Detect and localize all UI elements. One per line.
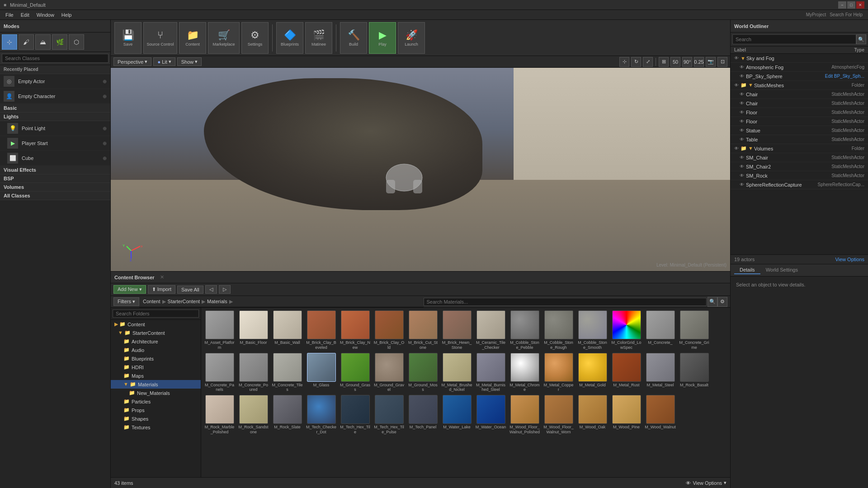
material-item-16[interactable]: M_Concrete_Poured — [237, 352, 270, 394]
cb-options-icon[interactable]: ⚙ — [717, 297, 727, 307]
menu-file[interactable]: File — [2, 11, 17, 19]
outliner-item-sm-chair2[interactable]: 👁 SM_Chair2 StaticMeshActor — [731, 162, 868, 171]
category-lights[interactable]: Lights — [0, 113, 110, 121]
import-button[interactable]: ⬆ Import — [148, 285, 175, 294]
material-item-40[interactable]: M_Wood_Floor_Walnut_Worn — [542, 394, 575, 436]
material-item-35[interactable]: M_Tech_Hex_Tile_Pulse — [373, 394, 406, 436]
material-item-37[interactable]: M_Water_Lake — [440, 394, 473, 436]
folder-content[interactable]: ▶ 📁 Content — [111, 320, 201, 328]
place-player-start[interactable]: ▶ Player Start ⊕ — [0, 136, 110, 151]
menu-edit[interactable]: Edit — [17, 11, 33, 19]
material-item-28[interactable]: M_Metal_Steel — [644, 352, 677, 394]
view-options-outliner[interactable]: View Options — [835, 257, 864, 262]
material-item-42[interactable]: M_Wood_Pine — [610, 394, 643, 436]
material-item-6[interactable]: M_Brick_Cut_Stone — [406, 310, 439, 351]
blueprints-button[interactable]: 🔷 Blueprints — [276, 22, 303, 54]
outliner-item-chair2[interactable]: 👁 Chair StaticMeshActor — [731, 99, 868, 108]
material-item-39[interactable]: M_Wood_Floor_Walnut_Polished — [508, 394, 541, 436]
category-volumes[interactable]: Volumes — [0, 183, 110, 192]
save-button[interactable]: 💾 Save — [114, 22, 142, 54]
category-bsp[interactable]: BSP — [0, 174, 110, 183]
menu-help[interactable]: Help — [58, 11, 75, 19]
material-item-36[interactable]: M_Tech_Panel — [406, 394, 439, 436]
scale-display[interactable]: 0.25 — [694, 57, 704, 67]
search-materials-icon[interactable]: 🔍 — [708, 297, 717, 307]
view-options-button[interactable]: 👁 View Options ▾ — [686, 480, 726, 486]
material-item-11[interactable]: M_Cobble_Stone_Smooth — [576, 310, 609, 351]
folder-hdri[interactable]: 📁 HDRI — [111, 363, 201, 371]
path-content[interactable]: Content — [143, 299, 160, 304]
mode-select[interactable]: ⊹ — [2, 34, 17, 50]
place-cube[interactable]: ⬜ Cube ⊕ — [0, 151, 110, 166]
material-item-27[interactable]: M_Metal_Rust — [610, 352, 643, 394]
category-basic[interactable]: Basic — [0, 104, 110, 113]
material-item-32[interactable]: M_Rock_Slate — [271, 394, 304, 436]
mode-paint[interactable]: 🖌 — [19, 34, 34, 50]
material-item-4[interactable]: M_Brick_Clay_New — [339, 310, 372, 351]
settings-button[interactable]: ⚙ Settings — [241, 22, 269, 54]
outliner-item-statue[interactable]: 👁 Statue StaticMeshActor — [731, 126, 868, 135]
material-item-38[interactable]: M_Water_Ocean — [474, 394, 507, 436]
mode-geometry[interactable]: ⬡ — [69, 34, 84, 50]
lit-dropdown[interactable]: ● Lit ▾ — [153, 57, 175, 66]
outliner-item-floor2[interactable]: 👁 Floor StaticMeshActor — [731, 117, 868, 126]
folder-shapes[interactable]: 📁 Shapes — [111, 414, 201, 423]
material-item-20[interactable]: M_Ground_Gravel — [373, 352, 406, 394]
folder-maps[interactable]: 📁 Maps — [111, 371, 201, 380]
content-button[interactable]: 📁 Content — [179, 22, 206, 54]
outliner-item-floor1[interactable]: 👁 Floor StaticMeshActor — [731, 108, 868, 117]
build-button[interactable]: 🔨 Build — [340, 22, 367, 54]
tab-details[interactable]: Details — [734, 266, 760, 274]
material-item-18[interactable]: M_Glass — [305, 352, 338, 394]
material-item-31[interactable]: M_Rock_Sandstone — [237, 394, 270, 436]
search-folders-input[interactable] — [113, 310, 199, 318]
folder-architecture[interactable]: 📁 Architecture — [111, 337, 201, 346]
material-item-2[interactable]: M_Basic_Wall — [271, 310, 304, 351]
show-dropdown[interactable]: Show ▾ — [177, 57, 202, 66]
camera-settings[interactable]: 📷 — [706, 57, 716, 67]
material-item-9[interactable]: M_Cobble_Stone_Pebble — [508, 310, 541, 351]
minimize-button[interactable]: − — [838, 1, 846, 9]
search-help[interactable]: Search For Help — [830, 12, 866, 17]
rotate-tool[interactable]: ↻ — [631, 57, 641, 67]
outliner-item-sphere-reflect[interactable]: 👁 SphereReflectionCapture SphereReflecti… — [731, 180, 868, 189]
maximize-button[interactable]: □ — [847, 1, 855, 9]
search-materials-input[interactable] — [424, 298, 707, 306]
source-control-button[interactable]: ⑂ Source Control — [143, 22, 177, 54]
material-item-19[interactable]: M_Ground_Grass — [339, 352, 372, 394]
material-item-12[interactable]: M_ColorGrid_LowSpec — [610, 310, 643, 351]
material-item-24[interactable]: M_Metal_Chrome — [508, 352, 541, 394]
outliner-item-volumes[interactable]: 👁 📁 ▼ Volumes Folder — [731, 144, 868, 153]
filters-button[interactable]: Filters ▾ — [113, 297, 139, 306]
folder-new-materials[interactable]: 📁 New_Materials — [111, 389, 201, 397]
outliner-item-sm-chair[interactable]: 👁 SM_Chair StaticMeshActor — [731, 153, 868, 162]
launch-button[interactable]: 🚀 Launch — [398, 22, 425, 54]
folder-blueprints[interactable]: 📁 Blueprints — [111, 354, 201, 363]
tab-world-settings[interactable]: World Settings — [760, 266, 803, 274]
cb-close-icon[interactable]: ✕ — [160, 274, 164, 280]
material-item-10[interactable]: M_Cobble_Stone_Rough — [542, 310, 575, 351]
viewport[interactable]: Level: Minimal_Default (Persistent) X Y … — [111, 68, 730, 271]
material-item-34[interactable]: M_Tech_Hex_Tile — [339, 394, 372, 436]
material-item-41[interactable]: M_Wood_Oak — [576, 394, 609, 436]
material-item-3[interactable]: M_Brick_Clay_Beveled — [305, 310, 338, 351]
material-item-26[interactable]: M_Metal_Gold — [576, 352, 609, 394]
outliner-item-sm-rock[interactable]: 👁 SM_Rock StaticMeshActor — [731, 171, 868, 180]
folder-audio[interactable]: 📁 Audio — [111, 346, 201, 354]
material-item-17[interactable]: M_Concrete_Tiles — [271, 352, 304, 394]
category-all-classes[interactable]: All Classes — [0, 192, 110, 200]
outliner-item-atm-fog[interactable]: 👁 Atmospheric Fog AtmosphericFog — [731, 63, 868, 72]
material-item-13[interactable]: M_Concrete_ — [644, 310, 677, 351]
material-item-8[interactable]: M_Ceramic_Tile_Checker — [474, 310, 507, 351]
material-item-33[interactable]: M_Tech_Checker_Dot — [305, 394, 338, 436]
material-item-25[interactable]: M_Metal_Copper — [542, 352, 575, 394]
maximize-viewport[interactable]: ⊡ — [717, 57, 727, 67]
add-new-button[interactable]: Add New ▾ — [113, 285, 146, 294]
play-button[interactable]: ▶ Play — [369, 22, 396, 54]
grid-icon[interactable]: ⊞ — [659, 57, 669, 67]
angle-display[interactable]: 90° — [682, 57, 692, 67]
material-item-30[interactable]: M_Rock_Marble_Polished — [203, 394, 236, 436]
place-empty-character[interactable]: 👤 Empty Character ⊕ — [0, 89, 110, 104]
material-item-1[interactable]: M_Basic_Floor — [237, 310, 270, 351]
material-item-22[interactable]: M_Metal_Brushed_Nickel — [440, 352, 473, 394]
